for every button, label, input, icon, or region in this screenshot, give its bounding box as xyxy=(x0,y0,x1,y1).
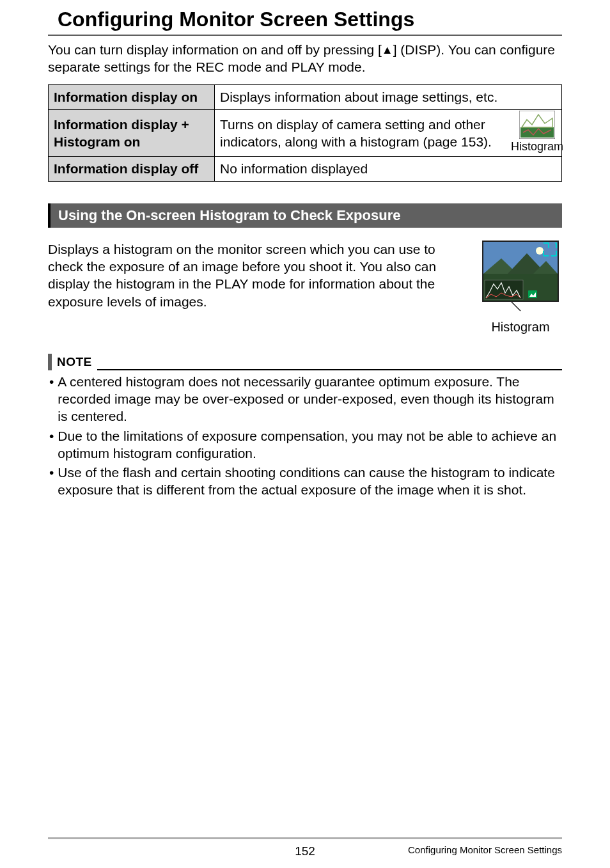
list-item: Use of the flash and certain shooting co… xyxy=(49,464,562,499)
table-row: Information display on Displays informat… xyxy=(49,85,562,109)
subsection-title: Using the On-screen Histogram to Check E… xyxy=(48,203,562,228)
svg-rect-1 xyxy=(520,127,554,138)
callout-line xyxy=(508,302,533,312)
page-title: Configuring Monitor Screen Settings xyxy=(48,6,562,33)
table-row: Information display off No information d… xyxy=(49,157,562,181)
intro-paragraph: You can turn display information on and … xyxy=(48,41,562,76)
intro-a: You can turn display information on and … xyxy=(48,42,382,57)
list-item: A centered histogram does not necessaril… xyxy=(49,373,562,425)
row-desc: No information displayed xyxy=(215,157,562,181)
note-block: NOTE A centered histogram does not neces… xyxy=(48,354,562,499)
table-row: Information display + Histogram on Turns… xyxy=(49,109,562,157)
row-label: Information display off xyxy=(49,157,215,181)
row-desc-text: Turns on display of camera setting and o… xyxy=(220,116,513,151)
thumb-label: Histogram xyxy=(511,141,563,154)
note-rule xyxy=(97,361,562,370)
histogram-thumb-small: Histogram xyxy=(518,111,556,154)
row-label: Information display + Histogram on xyxy=(49,109,215,157)
note-text: Due to the limitations of exposure compe… xyxy=(58,427,562,462)
note-marker-icon xyxy=(48,354,52,370)
notes-list: A centered histogram does not necessaril… xyxy=(48,373,562,499)
display-modes-table: Information display on Displays informat… xyxy=(48,84,562,181)
note-text: A centered histogram does not necessaril… xyxy=(58,373,562,425)
histogram-icon xyxy=(519,111,555,139)
histogram-caption: Histogram xyxy=(491,320,549,335)
row-desc: Displays information about image setting… xyxy=(215,85,562,109)
row-label: Information display on xyxy=(49,85,215,109)
svg-line-13 xyxy=(512,302,520,311)
note-text: Use of the flash and certain shooting co… xyxy=(58,464,562,499)
page-footer: 152 Configuring Monitor Screen Settings xyxy=(48,837,562,868)
list-item: Due to the limitations of exposure compe… xyxy=(49,427,562,462)
histogram-figure: Histogram xyxy=(479,241,562,335)
page-number: 152 xyxy=(295,844,315,858)
row-desc: Turns on display of camera setting and o… xyxy=(215,109,562,157)
page-title-wrap: Configuring Monitor Screen Settings xyxy=(48,6,562,36)
svg-point-9 xyxy=(536,247,544,255)
note-label: NOTE xyxy=(57,355,92,370)
histogram-preview-icon xyxy=(482,241,559,302)
histogram-paragraph: Displays a histogram on the monitor scre… xyxy=(48,241,448,335)
up-arrow-icon: ▲ xyxy=(382,43,393,58)
footer-title: Configuring Monitor Screen Settings xyxy=(408,844,562,855)
